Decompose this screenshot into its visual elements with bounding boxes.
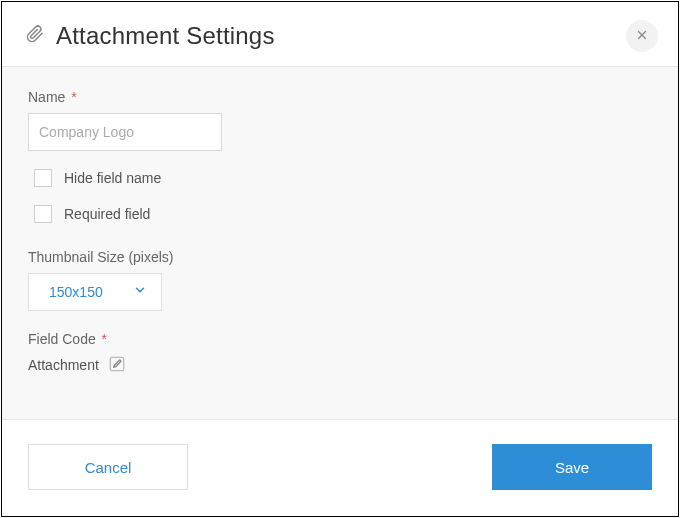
dialog-footer: Cancel Save <box>2 419 678 516</box>
name-input[interactable] <box>28 113 222 151</box>
edit-field-code-button[interactable] <box>107 355 127 375</box>
chevron-down-icon <box>133 283 147 301</box>
thumbnail-size-group: Thumbnail Size (pixels) 150x150 <box>28 249 652 311</box>
hide-field-name-checkbox[interactable] <box>34 169 52 187</box>
close-button[interactable] <box>626 20 658 52</box>
required-field-checkbox[interactable] <box>34 205 52 223</box>
required-marker: * <box>71 89 76 105</box>
dialog-title: Attachment Settings <box>56 22 275 50</box>
svg-rect-2 <box>110 357 123 370</box>
required-field-label: Required field <box>64 206 150 222</box>
thumbnail-size-value: 150x150 <box>49 284 103 300</box>
save-button[interactable]: Save <box>492 444 652 490</box>
thumbnail-size-select[interactable]: 150x150 <box>28 273 162 311</box>
pencil-icon <box>109 356 125 375</box>
field-code-value: Attachment <box>28 357 99 373</box>
field-code-group: Field Code * Attachment <box>28 331 652 375</box>
hide-field-name-label: Hide field name <box>64 170 161 186</box>
name-field-group: Name * Hide field name Required field <box>28 89 652 223</box>
dialog-header: Attachment Settings <box>2 2 678 67</box>
dialog-body: Name * Hide field name Required field Th… <box>2 67 678 419</box>
close-icon <box>636 28 648 44</box>
name-label: Name * <box>28 89 652 105</box>
cancel-button[interactable]: Cancel <box>28 444 188 490</box>
attachment-settings-dialog: Attachment Settings Name * Hide field na… <box>1 1 679 517</box>
thumbnail-size-label: Thumbnail Size (pixels) <box>28 249 652 265</box>
hide-field-name-row: Hide field name <box>34 169 652 187</box>
field-code-row: Attachment <box>28 355 652 375</box>
attachment-icon <box>26 23 56 49</box>
field-code-label: Field Code * <box>28 331 652 347</box>
required-marker: * <box>102 331 107 347</box>
required-field-row: Required field <box>34 205 652 223</box>
